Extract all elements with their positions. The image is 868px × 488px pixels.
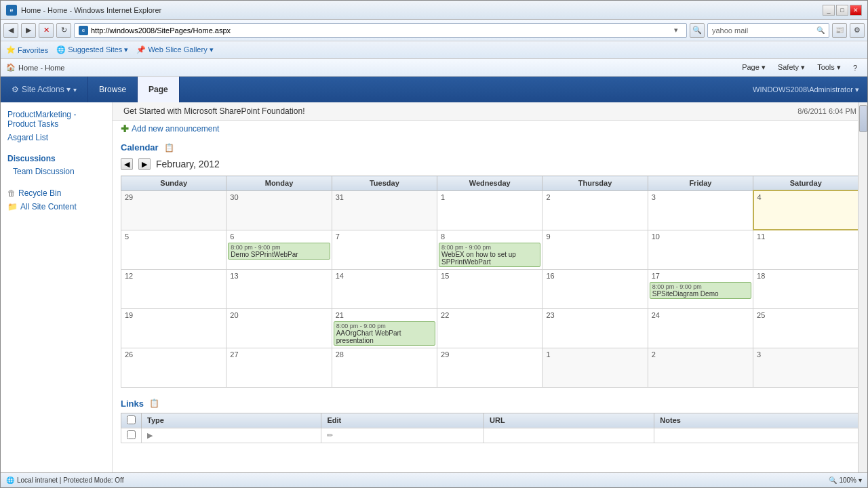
cal-cell-w2-d4[interactable]: 16 [542, 269, 648, 308]
cal-event-w3-d2-e0[interactable]: 8:00 pm - 9:00 pmAAOrgChart WebPart pres… [334, 321, 435, 346]
sidebar-category-discussions[interactable]: Discussions [1, 150, 112, 165]
cal-event-w1-d3-e0[interactable]: 8:00 pm - 9:00 pmWebEX on how to set up … [439, 243, 540, 267]
scrollbar-track[interactable] [858, 102, 867, 472]
search-icon[interactable]: 🔍 [816, 26, 825, 34]
ribbon-tab-site-actions[interactable]: ⚙ Site Actions ▾ ▾ [1, 77, 88, 102]
cal-cell-w0-d3[interactable]: 1 [437, 190, 542, 230]
cal-cell-w0-d6[interactable]: 4 [753, 190, 859, 230]
cal-date-w0-d3: 1 [439, 192, 540, 202]
search-bar[interactable]: yahoo mail 🔍 [707, 23, 829, 38]
minimize-button[interactable]: _ [823, 5, 835, 16]
web-slice-gallery-button[interactable]: 📌 Web Slice Gallery ▾ [136, 45, 213, 54]
add-announcement-link[interactable]: ✚ Add new announcement [121, 123, 219, 134]
links-table: Type Edit URL Notes ▶ ✏ [121, 413, 859, 443]
scrollbar-thumb[interactable] [859, 105, 867, 132]
cal-cell-w1-d1[interactable]: 68:00 pm - 9:00 pmDemo SPPrintWebPar [226, 230, 332, 269]
cal-date-w3-d3: 22 [439, 310, 540, 320]
cal-cell-w4-d2[interactable]: 28 [332, 348, 437, 387]
cal-date-w2-d6: 18 [755, 271, 856, 281]
cal-cell-w1-d2[interactable]: 7 [332, 230, 437, 269]
sidebar-item-product-marketing[interactable]: ProductMarketing - Product Tasks [1, 108, 112, 131]
cal-cell-w1-d4[interactable]: 9 [542, 230, 648, 269]
cal-date-w0-d5: 3 [650, 192, 751, 202]
calendar-next-button[interactable]: ▶ [138, 158, 151, 170]
forward-button[interactable]: ▶ [21, 23, 36, 38]
cal-date-w0-d6: 4 [755, 192, 856, 202]
cal-cell-w3-d2[interactable]: 218:00 pm - 9:00 pmAAOrgChart WebPart pr… [332, 308, 437, 348]
links-row-1-url[interactable] [484, 428, 654, 443]
cal-cell-w4-d3[interactable]: 29 [437, 348, 542, 387]
links-title[interactable]: Links [121, 399, 144, 409]
add-announcement-bar: ✚ Add new announcement [113, 121, 867, 137]
cal-cell-w1-d0[interactable]: 5 [121, 230, 226, 269]
help-button[interactable]: ? [848, 62, 862, 74]
nav-bar: ◀ ▶ ✕ ↻ e http://windows2008/SitePages/H… [1, 20, 867, 41]
cal-cell-w4-d6[interactable]: 3 [753, 348, 859, 387]
cal-cell-w0-d5[interactable]: 3 [648, 190, 753, 230]
search-go-button[interactable]: 🔍 [690, 23, 705, 38]
calendar-prev-button[interactable]: ◀ [121, 158, 133, 170]
address-go-button[interactable]: ▾ [670, 24, 682, 37]
cal-cell-w0-d0[interactable]: 29 [121, 190, 226, 230]
cal-date-w2-d0: 12 [123, 271, 224, 281]
stop-button[interactable]: ✕ [39, 23, 54, 38]
cal-cell-w3-d0[interactable]: 19 [121, 308, 226, 348]
cal-cell-w2-d0[interactable]: 12 [121, 269, 226, 308]
cal-cell-w0-d2[interactable]: 31 [332, 190, 437, 230]
settings-button[interactable]: ⚙ [850, 23, 865, 38]
zoom-control[interactable]: 🔍 100% ▾ [829, 476, 862, 484]
cal-cell-w2-d1[interactable]: 13 [226, 269, 332, 308]
links-row-1-edit: ✏ [321, 428, 484, 443]
sidebar-item-asgard-list[interactable]: Asgard List [1, 131, 112, 144]
sidebar-item-team-discussion[interactable]: Team Discussion [1, 165, 112, 178]
cal-cell-w2-d2[interactable]: 14 [332, 269, 437, 308]
cal-cell-w1-d6[interactable]: 11 [753, 230, 859, 269]
cal-cell-w4-d1[interactable]: 27 [226, 348, 332, 387]
page-button[interactable]: Page ▾ [737, 61, 770, 74]
cal-cell-w4-d0[interactable]: 26 [121, 348, 226, 387]
ribbon-user[interactable]: WINDOWS2008\Administrator ▾ [745, 77, 867, 102]
cal-cell-w4-d5[interactable]: 2 [648, 348, 753, 387]
links-row-1-checkbox[interactable] [127, 430, 136, 439]
tools-button[interactable]: Tools ▾ [812, 61, 846, 74]
cal-date-w2-d4: 16 [544, 271, 646, 281]
back-button[interactable]: ◀ [3, 23, 18, 38]
address-bar[interactable]: e http://windows2008/SitePages/Home.aspx… [74, 23, 687, 38]
cal-cell-w3-d3[interactable]: 22 [437, 308, 542, 348]
safety-button[interactable]: Safety ▾ [773, 61, 810, 74]
favorites-button[interactable]: ⭐ Favorites [6, 45, 48, 54]
cal-date-w4-d0: 26 [123, 350, 224, 359]
cal-cell-w3-d6[interactable]: 25 [753, 308, 859, 348]
cal-cell-w2-d5[interactable]: 178:00 pm - 9:00 pmSPSiteDiagram Demo [648, 269, 753, 308]
cal-cell-w0-d1[interactable]: 30 [226, 190, 332, 230]
cal-cell-w0-d4[interactable]: 2 [542, 190, 648, 230]
close-button[interactable]: ✕ [850, 5, 862, 16]
cal-event-w2-d5-e0[interactable]: 8:00 pm - 9:00 pmSPSiteDiagram Demo [650, 282, 751, 299]
cal-cell-w3-d1[interactable]: 20 [226, 308, 332, 348]
announcement-text: Get Started with Microsoft SharePoint Fo… [123, 106, 304, 116]
sidebar-item-all-site-content[interactable]: 📁 All Site Content [1, 200, 112, 214]
cal-cell-w2-d3[interactable]: 15 [437, 269, 542, 308]
rss-button[interactable]: 📰 [832, 23, 847, 38]
cal-cell-w1-d5[interactable]: 10 [648, 230, 753, 269]
ribbon-tab-browse[interactable]: Browse [88, 77, 138, 102]
cal-cell-w4-d4[interactable]: 1 [542, 348, 648, 387]
cal-cell-w2-d6[interactable]: 18 [753, 269, 859, 308]
cal-date-w2-d1: 13 [228, 271, 330, 281]
cal-cell-w3-d5[interactable]: 24 [648, 308, 753, 348]
suggested-sites-button[interactable]: 🌐 Suggested Sites ▾ [56, 45, 128, 54]
sidebar-item-recycle-bin[interactable]: 🗑 Recycle Bin [1, 186, 112, 200]
refresh-button[interactable]: ↻ [56, 23, 71, 38]
cal-header-wed: Wednesday [437, 176, 542, 191]
links-edit-icon[interactable]: 📋 [149, 399, 159, 408]
cal-event-w1-d1-e0[interactable]: 8:00 pm - 9:00 pmDemo SPPrintWebPar [228, 243, 330, 260]
restore-button[interactable]: □ [836, 5, 848, 16]
cal-cell-w1-d3[interactable]: 88:00 pm - 9:00 pmWebEX on how to set up… [437, 230, 542, 269]
cal-cell-w3-d4[interactable]: 23 [542, 308, 648, 348]
calendar-edit-icon[interactable]: 📋 [164, 143, 174, 152]
calendar-title[interactable]: Calendar [121, 142, 159, 152]
links-select-all-checkbox[interactable] [127, 415, 136, 424]
page-tools: Page ▾ Safety ▾ Tools ▾ ? [737, 61, 862, 74]
links-row-1-notes [654, 428, 859, 443]
ribbon-tab-page[interactable]: Page [138, 77, 180, 102]
